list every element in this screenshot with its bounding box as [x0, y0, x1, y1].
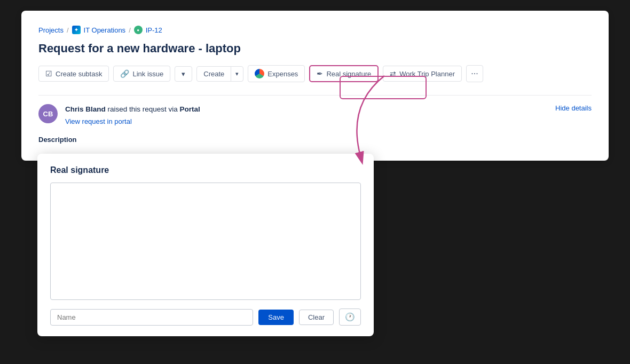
- expenses-icon: [255, 69, 264, 78]
- avatar: CB: [38, 104, 58, 123]
- main-card: Projects / ✦ IT Operations / ● IP-12 Req…: [21, 11, 609, 161]
- link-issue-button[interactable]: 🔗 Link issue: [113, 66, 170, 82]
- user-name: Chris Bland: [65, 105, 106, 113]
- raised-text: raised this request via: [108, 105, 180, 113]
- hide-details-link[interactable]: Hide details: [555, 104, 592, 112]
- it-ops-icon: ✦: [72, 26, 81, 34]
- more-dropdown-button[interactable]: ▾: [175, 66, 192, 82]
- chevron-down-icon: ▾: [182, 70, 185, 78]
- breadcrumb-sep1: /: [67, 26, 69, 34]
- create-subtask-button[interactable]: ☑ Create subtask: [38, 66, 109, 82]
- page-title: Request for a new hardware - laptop: [38, 42, 592, 56]
- signature-canvas[interactable]: [50, 183, 361, 300]
- signature-popup: Real signature Save Clear 🕐: [37, 154, 374, 336]
- signature-name-input[interactable]: [50, 309, 253, 326]
- expenses-button[interactable]: Expenses: [248, 65, 305, 82]
- portal-label: Portal: [180, 105, 200, 113]
- more-icon: ···: [471, 69, 478, 78]
- detail-section: CB Chris Bland raised this request via P…: [38, 95, 592, 127]
- trip-icon: ⇄: [390, 69, 396, 78]
- create-dropdown: Create ▾: [196, 66, 243, 82]
- view-request-link[interactable]: View request in portal: [65, 116, 548, 127]
- history-icon: 🕐: [345, 312, 355, 322]
- signature-history-button[interactable]: 🕐: [339, 308, 361, 326]
- signature-save-button[interactable]: Save: [258, 310, 294, 325]
- signature-icon: ✒: [317, 69, 323, 78]
- more-options-button[interactable]: ···: [466, 65, 483, 82]
- signature-footer: Save Clear 🕐: [50, 308, 361, 326]
- breadcrumb-projects[interactable]: Projects: [38, 26, 64, 34]
- real-signature-button[interactable]: ✒ Real signature: [309, 65, 379, 82]
- toolbar: ☑ Create subtask 🔗 Link issue ▾ Create ▾…: [38, 65, 592, 82]
- create-dropdown-arrow[interactable]: ▾: [231, 67, 243, 81]
- breadcrumb-it-ops[interactable]: IT Operations: [84, 26, 126, 34]
- link-icon: 🔗: [120, 69, 129, 78]
- breadcrumb: Projects / ✦ IT Operations / ● IP-12: [38, 26, 592, 34]
- breadcrumb-sep2: /: [129, 26, 131, 34]
- detail-text: Chris Bland raised this request via Port…: [65, 104, 548, 127]
- subtask-icon: ☑: [45, 69, 52, 78]
- work-trip-planner-button[interactable]: ⇄ Work Trip Planner: [383, 66, 462, 82]
- breadcrumb-ip[interactable]: IP-12: [146, 26, 162, 34]
- signature-clear-button[interactable]: Clear: [299, 310, 334, 325]
- create-button[interactable]: Create: [197, 67, 231, 81]
- description-label: Description: [38, 136, 592, 144]
- signature-popup-title: Real signature: [50, 165, 361, 175]
- ip-icon: ●: [134, 26, 143, 34]
